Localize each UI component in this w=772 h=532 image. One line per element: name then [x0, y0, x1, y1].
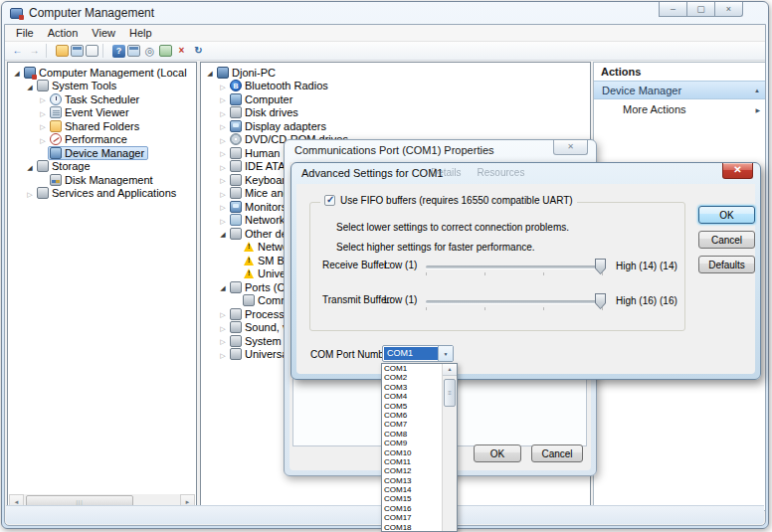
expand-arrow-icon[interactable]	[218, 188, 228, 199]
device-item-core[interactable]: Display adapters	[228, 119, 330, 133]
dropdown-option[interactable]: COM16	[382, 504, 442, 513]
tree-item-performance[interactable]: Performance	[8, 133, 196, 147]
tree-item-task-scheduler[interactable]: Task Scheduler	[8, 92, 196, 106]
device-tree-item[interactable]: Display adapters	[201, 119, 590, 133]
minimize-button[interactable]: –	[659, 2, 687, 17]
tree-item-core[interactable]: Performance	[48, 133, 131, 147]
dropdown-option[interactable]: COM6	[382, 411, 442, 420]
tree-item-computer-management[interactable]: Computer Management (Local	[8, 66, 196, 80]
dropdown-option[interactable]: COM3	[382, 383, 442, 392]
expand-arrow-icon[interactable]	[218, 201, 228, 212]
defaults-button[interactable]: Defaults	[698, 256, 755, 273]
tree-item-core[interactable]: Disk Management	[48, 173, 157, 187]
dropdown-option[interactable]: COM15	[382, 494, 442, 503]
tree-item-shared-folders[interactable]: Shared Folders	[8, 119, 196, 133]
dropdown-option[interactable]: COM14	[382, 485, 442, 494]
expand-arrow-icon[interactable]	[218, 308, 228, 319]
close-icon[interactable]: ✕	[722, 163, 753, 179]
menu-item[interactable]: File	[9, 26, 41, 40]
device-item-core[interactable]: Monitors	[228, 200, 290, 214]
device-item-core[interactable]: Djoni-PC	[215, 66, 280, 80]
expand-arrow-icon[interactable]	[218, 322, 228, 333]
dropdown-scrollbar[interactable]: ▲ ≡	[442, 364, 457, 531]
toolbar-separator[interactable]	[102, 44, 108, 58]
expand-arrow-icon[interactable]	[218, 81, 228, 91]
expand-arrow-icon[interactable]	[38, 107, 48, 118]
device-tree-item[interactable]: Computer	[201, 92, 590, 106]
dropdown-option[interactable]: COM18	[382, 523, 442, 531]
fifo-checkbox[interactable]	[324, 195, 335, 206]
properties-sheet-icon[interactable]	[86, 45, 98, 57]
menu-item[interactable]: Help	[122, 26, 159, 40]
expand-arrow-icon[interactable]	[218, 174, 228, 185]
expand-arrow-icon[interactable]	[12, 67, 22, 78]
dropdown-option[interactable]: COM1	[382, 364, 442, 373]
dropdown-option[interactable]: COM10	[382, 448, 442, 457]
actions-group-device-manager[interactable]: Device Manager ▲	[594, 81, 766, 99]
ok-button[interactable]: OK	[698, 206, 755, 224]
chevron-down-icon[interactable]: ▼	[438, 346, 453, 361]
console-window-icon[interactable]	[71, 45, 84, 57]
dropdown-option[interactable]: COM17	[382, 513, 442, 522]
receive-buffer-slider[interactable]	[426, 266, 603, 268]
expand-arrow-icon[interactable]	[218, 281, 228, 292]
titlebar[interactable]: Computer Management	[2, 2, 768, 24]
search-computer-icon[interactable]: ◎	[142, 44, 157, 58]
dropdown-option[interactable]: COM7	[382, 420, 442, 429]
tree-item-core[interactable]: Services and Applications	[35, 187, 180, 201]
dropdown-option[interactable]: COM2	[382, 373, 442, 382]
tree-item-disk-management[interactable]: Disk Management	[8, 173, 196, 187]
fifo-checkbox-row[interactable]: Use FIFO buffers (requires 16550 compati…	[320, 195, 577, 206]
expand-arrow-icon[interactable]	[38, 93, 48, 104]
expand-arrow-icon[interactable]	[218, 93, 228, 104]
cancel-button[interactable]: Cancel	[531, 444, 583, 462]
expand-arrow-icon[interactable]	[218, 147, 228, 158]
expand-arrow-icon[interactable]	[38, 120, 48, 131]
help-icon[interactable]: ?	[112, 45, 125, 58]
tree-item-core[interactable]: Computer Management (Local	[22, 66, 191, 80]
expand-arrow-icon[interactable]	[218, 215, 228, 226]
expand-arrow-icon[interactable]	[218, 161, 228, 172]
dropdown-option[interactable]: COM11	[382, 457, 442, 466]
toolbar-separator[interactable]	[46, 44, 52, 58]
expand-arrow-icon[interactable]	[218, 134, 228, 145]
dropdown-option[interactable]: COM4	[382, 392, 442, 401]
tree-item-storage[interactable]: Storage	[8, 160, 196, 174]
close-icon[interactable]: ✕	[553, 140, 588, 155]
maximize-button[interactable]: ▢	[686, 2, 715, 17]
expand-arrow-icon[interactable]	[25, 81, 35, 91]
more-actions-item[interactable]: More Actions ▶	[594, 99, 766, 119]
expand-arrow-icon[interactable]	[38, 134, 48, 145]
tree-item-core[interactable]: System Tools	[35, 80, 120, 93]
tree-item-core[interactable]: Task Scheduler	[48, 92, 143, 106]
dropdown-option[interactable]: COM13	[382, 476, 442, 485]
uninstall-device-icon[interactable]: ×	[174, 44, 189, 58]
dropdown-option[interactable]: COM5	[382, 402, 442, 411]
expand-arrow-icon[interactable]	[218, 120, 228, 131]
show-console-tree-icon[interactable]	[56, 45, 69, 57]
collapse-icon[interactable]: ▲	[754, 88, 760, 93]
dropdown-option[interactable]: COM9	[382, 439, 442, 447]
tree-item-core[interactable]: Storage	[35, 160, 95, 174]
expand-arrow-icon[interactable]	[25, 188, 35, 199]
scrollbar-thumb[interactable]: ≡	[444, 379, 456, 407]
scan-hardware-icon[interactable]: ↻	[191, 44, 206, 58]
dropdown-option[interactable]: COM12	[382, 466, 442, 475]
com-port-combobox[interactable]: COM1 ▼	[382, 345, 454, 362]
expand-arrow-icon[interactable]	[25, 161, 35, 172]
tree-item-services-and-applications[interactable]: Services and Applications	[8, 187, 196, 201]
menu-item[interactable]: Action	[41, 26, 86, 40]
tree-item-core[interactable]: Shared Folders	[48, 119, 143, 133]
device-item-core[interactable]: Disk drives	[228, 106, 302, 120]
transmit-buffer-slider[interactable]	[426, 300, 603, 303]
tree-item-device-manager[interactable]: Device Manager	[8, 146, 196, 160]
expand-arrow-icon[interactable]	[218, 107, 228, 118]
tree-item-event-viewer[interactable]: Event Viewer	[8, 106, 196, 120]
dropdown-option[interactable]: COM8	[382, 430, 442, 439]
ok-button[interactable]: OK	[474, 444, 521, 462]
tree-item-system-tools[interactable]: System Tools	[8, 80, 196, 93]
tree-item-core[interactable]: Device Manager	[48, 146, 148, 160]
expand-arrow-icon[interactable]	[205, 67, 215, 78]
cancel-button[interactable]: Cancel	[698, 231, 755, 249]
expand-arrow-icon[interactable]	[218, 349, 228, 360]
